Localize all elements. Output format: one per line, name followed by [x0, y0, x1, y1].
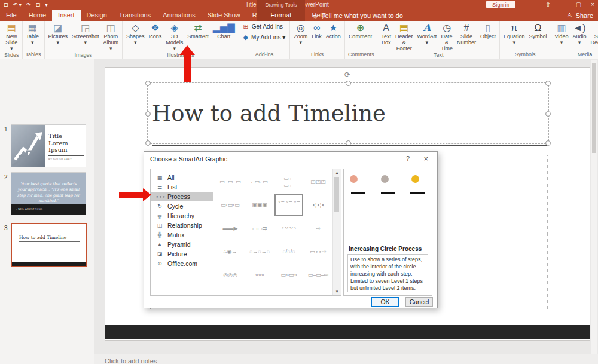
- wordart-button[interactable]: AWordArt ▾: [415, 22, 438, 46]
- smartart-thumbnail[interactable]: ∙ ∙ ∙: [274, 287, 303, 294]
- action-button[interactable]: ★Action: [324, 22, 343, 40]
- cancel-button[interactable]: Cancel: [405, 297, 433, 307]
- smartart-thumbnail[interactable]: ▭← ▭←: [274, 170, 303, 193]
- smartart-thumbnail[interactable]: ◌/◌/◌: [274, 240, 303, 263]
- smartart-thumbnail[interactable]: ◎◎◎: [216, 264, 245, 286]
- smartart-thumbnail[interactable]: ▭▭⇉: [245, 217, 274, 240]
- tell-me-box[interactable]: ☼ Tell me what you want to do: [312, 10, 403, 21]
- grid-scrollbar-thumb[interactable]: [334, 177, 339, 212]
- category-picture[interactable]: ◪Picture: [151, 249, 213, 259]
- category-process[interactable]: ∘∘∘Process: [151, 192, 213, 201]
- save-icon[interactable]: ⊟: [4, 1, 8, 9]
- smartart-thumbnail[interactable]: ▭‹▭‹▭: [216, 194, 245, 216]
- tab-transitions[interactable]: Transitions: [113, 10, 157, 21]
- smartart-thumbnail[interactable]: ▭»▭»: [274, 264, 303, 286]
- tab-format[interactable]: Format: [257, 10, 305, 21]
- resize-handle-w[interactable]: [145, 111, 151, 117]
- smartart-thumbnail[interactable]: ∙ ∙ ∙: [304, 287, 332, 294]
- ok-button[interactable]: OK: [371, 297, 399, 307]
- customize-qat-icon[interactable]: ▾: [45, 1, 48, 9]
- chart-button[interactable]: ▂▅▇Chart: [211, 22, 237, 40]
- category-pyramid[interactable]: ▲Pyramid: [151, 240, 213, 249]
- category-list[interactable]: ☰List: [151, 182, 213, 192]
- resize-handle-n[interactable]: [346, 81, 351, 86]
- category-office-com[interactable]: ⊕Office.com: [151, 259, 213, 268]
- slide-thumbnail-3[interactable]: How to add Timeline: [11, 223, 87, 267]
- maximize-icon[interactable]: ▢: [576, 1, 581, 8]
- smartart-thumbnail[interactable]: »»»: [245, 264, 274, 286]
- smartart-thumbnail[interactable]: ⇨: [304, 217, 332, 240]
- resize-handle-ne[interactable]: [545, 81, 551, 86]
- slide-thumbnail-2[interactable]: Your best quote that reflects your appro…: [11, 172, 86, 215]
- screen-recording-button[interactable]: ◉Screen Recording: [588, 22, 598, 46]
- date-time-button[interactable]: ◷Date & Time: [439, 22, 454, 52]
- smartart-thumbnail[interactable]: ⌐▭⌐▭: [245, 170, 274, 193]
- resize-handle-nw[interactable]: [145, 81, 151, 86]
- category-relationship[interactable]: ◫Relationship: [151, 221, 213, 230]
- grid-scrollbar[interactable]: ▴ ▾: [332, 169, 341, 295]
- dialog-close-icon[interactable]: ×: [423, 154, 428, 163]
- comment-button[interactable]: ⊕Comment: [347, 22, 374, 40]
- smartart-thumbnail[interactable]: ◰◰◰: [304, 170, 332, 193]
- smartart-thumbnail[interactable]: ▭––⇨: [216, 287, 245, 294]
- resize-handle-sw[interactable]: [145, 140, 151, 146]
- audio-button[interactable]: ◄)Audio ▾: [570, 22, 588, 46]
- start-slideshow-icon[interactable]: ⊡: [36, 1, 41, 9]
- sign-in-button[interactable]: Sign in: [486, 1, 515, 8]
- smartart-thumbnail[interactable]: ▣▣▣: [245, 194, 274, 216]
- collapse-ribbon-icon[interactable]: ∧: [588, 51, 593, 57]
- scrollbar-thumb[interactable]: [592, 63, 596, 153]
- redo-icon[interactable]: ↷: [26, 1, 31, 9]
- ribbon-display-options-icon[interactable]: ⇧: [545, 1, 550, 8]
- photo-album-button[interactable]: ◫Photo Album ▾: [102, 22, 121, 52]
- category-hierarchy[interactable]: ╦Hierarchy: [151, 211, 213, 221]
- minimize-icon[interactable]: —: [560, 1, 566, 8]
- shapes-button[interactable]: ◇Shapes ▾: [124, 22, 147, 46]
- tab-animations[interactable]: Animations: [157, 10, 201, 21]
- scroll-down-icon[interactable]: ▾: [333, 289, 341, 294]
- table-button[interactable]: ▦Table ▾: [25, 22, 41, 46]
- resize-handle-e[interactable]: [545, 111, 551, 117]
- smartart-thumbnail[interactable]: ▭∘∘⇨: [304, 240, 332, 263]
- vertical-scrollbar[interactable]: [591, 60, 597, 354]
- video-button[interactable]: ▥Video ▾: [553, 22, 570, 46]
- category-matrix[interactable]: ╬Matrix: [151, 230, 213, 240]
- undo-icon[interactable]: ↶ ▾: [13, 1, 22, 9]
- get-add-ins-button[interactable]: ⊞Get Add-ins: [241, 22, 285, 32]
- smartart-thumbnail[interactable]: ◠◠◠: [274, 217, 303, 240]
- rotate-handle-icon[interactable]: ⟳: [344, 71, 350, 78]
- icons-button[interactable]: ❖Icons: [147, 22, 164, 40]
- text-box-button[interactable]: AText Box: [379, 22, 393, 46]
- notes-pane[interactable]: Click to add notes: [94, 354, 598, 364]
- zoom-button[interactable]: ◎Zoom ▾: [292, 22, 309, 46]
- slide-title-text[interactable]: How to add Timeline: [152, 100, 386, 126]
- link-button[interactable]: ∞Link: [310, 22, 324, 40]
- smartart-thumbnail[interactable]: ▭–▭–▭: [216, 170, 245, 193]
- equation-button[interactable]: πEquation ▾: [502, 22, 527, 46]
- smartart-thumbnail[interactable]: ▬▬▶: [216, 217, 245, 240]
- scroll-up-icon[interactable]: ▴: [333, 170, 341, 175]
- category-all[interactable]: ▦All: [151, 173, 213, 182]
- screenshot-button[interactable]: ◲Screenshot ▾: [70, 22, 101, 46]
- new-slide-button[interactable]: ▤New Slide ▾: [3, 22, 20, 52]
- smartart-thumbnail[interactable]: ◖¦◖¦◖: [304, 194, 332, 216]
- category-cycle[interactable]: ↻Cycle: [151, 201, 213, 211]
- symbol-button[interactable]: ΩSymbol: [527, 22, 549, 40]
- tab-file[interactable]: File: [0, 10, 23, 21]
- smartart-thumbnail[interactable]: ◌→◌→◌: [245, 240, 274, 263]
- slide-number-button[interactable]: #Slide Number: [455, 22, 478, 46]
- object-button[interactable]: ▯Object: [478, 22, 498, 40]
- close-icon[interactable]: ×: [591, 1, 594, 8]
- smartart-button[interactable]: ⇄SmartArt: [185, 22, 210, 40]
- tab-slide-show[interactable]: Slide Show: [202, 10, 246, 21]
- smartart-thumbnail[interactable]: ▭–▭–⇨: [304, 264, 332, 286]
- tab-design[interactable]: Design: [81, 10, 113, 21]
- tab-insert[interactable]: Insert: [52, 10, 81, 21]
- pictures-button[interactable]: ◪Pictures ▾: [47, 22, 70, 46]
- slide-thumbnail-1[interactable]: Title Lorem Ipsum BY DOLOR AMET: [11, 124, 86, 167]
- tab-home[interactable]: Home: [23, 10, 52, 21]
- smartart-thumbnail[interactable]: ◁▭≡: [245, 287, 274, 294]
- header-footer-button[interactable]: ▤Header & Footer: [393, 22, 415, 52]
- share-button[interactable]: ♙ Share: [567, 10, 593, 21]
- help-icon[interactable]: ?: [406, 155, 410, 162]
